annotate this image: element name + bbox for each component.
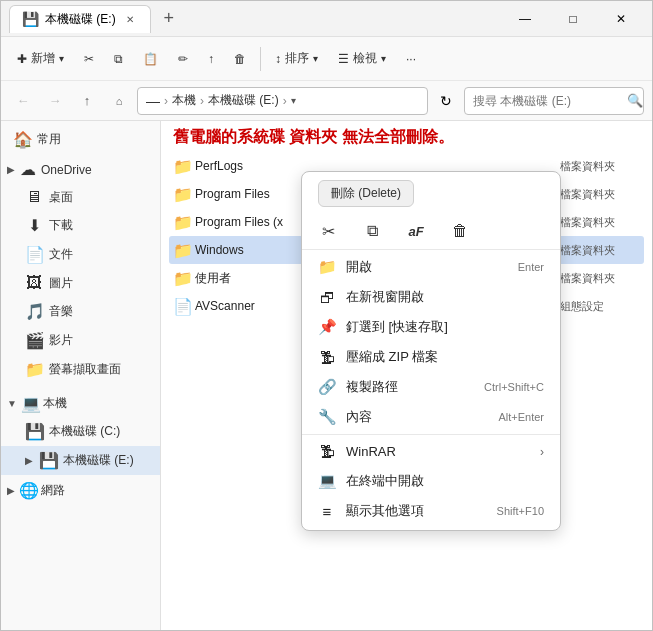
onedrive-expand-icon: ▶: [7, 164, 15, 175]
ctx-show-more-label: 顯示其他選項: [346, 502, 487, 520]
videos-icon: 🎬: [25, 331, 43, 350]
ctx-open-shortcut: Enter: [518, 261, 544, 273]
cut-button[interactable]: ✂: [76, 43, 102, 75]
ctx-winrar-arrow-icon: ›: [540, 445, 544, 459]
breadcrumb-separator-3: ›: [283, 94, 287, 108]
sidebar-item-desktop[interactable]: 🖥 桌面 📌: [1, 183, 160, 211]
ctx-pin-quickaccess-label: 釘選到 [快速存取]: [346, 318, 544, 336]
sidebar-music-label: 音樂: [49, 303, 134, 320]
more-button[interactable]: ···: [398, 43, 424, 75]
sidebar-item-drive-e[interactable]: ▶ 💾 本機磁碟 (E:): [1, 446, 160, 475]
open-newwindow-icon: 🗗: [318, 289, 336, 306]
breadcrumb-part-2[interactable]: 本機磁碟 (E:): [208, 92, 279, 109]
breadcrumb-bar[interactable]: — › 本機 › 本機磁碟 (E:) › ▾: [137, 87, 428, 115]
onedrive-icon: ☁: [19, 160, 37, 179]
sort-button[interactable]: ↕ 排序 ▾: [267, 43, 326, 75]
maximize-button[interactable]: □: [550, 3, 596, 35]
tab-close-button[interactable]: ✕: [122, 11, 138, 27]
qa-delete-button[interactable]: 🗑: [446, 217, 474, 245]
ctx-item-copy-path[interactable]: 🔗 複製路徑 Ctrl+Shift+C: [302, 372, 560, 402]
ctx-item-winrar[interactable]: 🗜 WinRAR ›: [302, 437, 560, 466]
home-button[interactable]: ⌂: [105, 87, 133, 115]
ctx-item-pin-quickaccess[interactable]: 📌 釘選到 [快速存取]: [302, 312, 560, 342]
search-box[interactable]: 🔍: [464, 87, 644, 115]
ctx-open-newwindow-label: 在新視窗開啟: [346, 288, 544, 306]
new-label: 新增: [31, 50, 55, 67]
tab-drive-icon: 💾: [22, 11, 39, 27]
refresh-button[interactable]: ↻: [432, 87, 460, 115]
sidebar-item-home[interactable]: 🏠 常用: [1, 125, 160, 154]
view-button[interactable]: ☰ 檢視 ▾: [330, 43, 394, 75]
breadcrumb-separator-1: ›: [164, 94, 168, 108]
title-bar: 💾 本機磁碟 (E:) ✕ + — □ ✕: [1, 1, 652, 37]
qa-rename-button[interactable]: aF: [402, 217, 430, 245]
rename-button[interactable]: ✏: [170, 43, 196, 75]
sidebar-item-screenshots[interactable]: 📁 螢幕擷取畫面 📌: [1, 355, 160, 384]
breadcrumb-part-1[interactable]: 本機: [172, 92, 196, 109]
qa-cut-button[interactable]: ✂: [314, 217, 342, 245]
network-expand-icon: ▶: [7, 485, 15, 496]
sidebar-pictures-label: 圖片: [49, 275, 134, 292]
main-content: 🏠 常用 ▶ ☁ OneDrive 🖥 桌面 📌 ⬇ 下載 📌 📄 文件: [1, 121, 652, 630]
copy-path-icon: 🔗: [318, 378, 336, 396]
breadcrumb-dropdown-icon[interactable]: ▾: [291, 95, 296, 106]
copy-button[interactable]: ⧉: [106, 43, 131, 75]
forward-button[interactable]: →: [41, 87, 69, 115]
minimize-button[interactable]: —: [502, 3, 548, 35]
properties-icon: 🔧: [318, 408, 336, 426]
ctx-item-open-terminal[interactable]: 💻 在終端中開啟: [302, 466, 560, 496]
drive-e-expand-icon: ▶: [25, 455, 33, 466]
ctx-properties-shortcut: Alt+Enter: [498, 411, 544, 423]
close-button[interactable]: ✕: [598, 3, 644, 35]
new-tab-button[interactable]: +: [155, 5, 183, 33]
new-button[interactable]: ✚ 新增 ▾: [9, 43, 72, 75]
sidebar-item-drive-c[interactable]: 💾 本機磁碟 (C:): [1, 417, 160, 446]
sidebar-desktop-label: 桌面: [49, 189, 134, 206]
sidebar-group-network[interactable]: ▶ 🌐 網路: [1, 475, 160, 504]
open-icon: 📁: [318, 258, 336, 276]
open-terminal-icon: 💻: [318, 472, 336, 490]
sidebar-group-onedrive[interactable]: ▶ ☁ OneDrive: [1, 154, 160, 183]
copy-icon: ⧉: [114, 52, 123, 66]
context-menu-overlay: 刪除 (Delete) ✂ ⧉ aF 🗑 📁 開啟 Enter: [161, 121, 652, 630]
sidebar-thispc-label: 本機: [43, 395, 67, 412]
ctx-item-open-newwindow[interactable]: 🗗 在新視窗開啟: [302, 282, 560, 312]
share-icon: ↑: [208, 52, 214, 66]
view-label: 檢視: [353, 50, 377, 67]
sidebar-network-label: 網路: [41, 482, 65, 499]
ctx-item-show-more[interactable]: ≡ 顯示其他選項 Shift+F10: [302, 496, 560, 526]
ctx-copy-path-label: 複製路徑: [346, 378, 474, 396]
active-tab[interactable]: 💾 本機磁碟 (E:) ✕: [9, 5, 151, 33]
search-input[interactable]: [473, 94, 623, 108]
sidebar-group-thispc[interactable]: ▼ 💻 本機: [1, 388, 160, 417]
context-menu: 刪除 (Delete) ✂ ⧉ aF 🗑 📁 開啟 Enter: [301, 171, 561, 531]
ctx-copy-path-shortcut: Ctrl+Shift+C: [484, 381, 544, 393]
address-bar: ← → ↑ ⌂ — › 本機 › 本機磁碟 (E:) › ▾ ↻ 🔍: [1, 81, 652, 121]
view-icon: ☰: [338, 52, 349, 66]
ctx-separator-1: [302, 434, 560, 435]
ctx-item-open[interactable]: 📁 開啟 Enter: [302, 252, 560, 282]
ctx-open-terminal-label: 在終端中開啟: [346, 472, 544, 490]
sidebar-item-documents[interactable]: 📄 文件 📌: [1, 240, 160, 269]
sidebar-item-downloads[interactable]: ⬇ 下載 📌: [1, 211, 160, 240]
ctx-item-properties[interactable]: 🔧 內容 Alt+Enter: [302, 402, 560, 432]
back-button[interactable]: ←: [9, 87, 37, 115]
share-button[interactable]: ↑: [200, 43, 222, 75]
ctx-properties-label: 內容: [346, 408, 488, 426]
paste-button[interactable]: 📋: [135, 43, 166, 75]
sort-label: 排序: [285, 50, 309, 67]
file-area: 舊電腦的系統碟 資料夾 無法全部刪除。 📁 PerfLogs 檔案資料夾 📁 P…: [161, 121, 652, 630]
qa-copy-button[interactable]: ⧉: [358, 217, 386, 245]
sidebar-item-music[interactable]: 🎵 音樂 📌: [1, 297, 160, 326]
more-icon: ···: [406, 52, 416, 66]
sidebar-item-videos[interactable]: 🎬 影片 📌: [1, 326, 160, 355]
delete-button[interactable]: 🗑: [226, 43, 254, 75]
sidebar-onedrive-label: OneDrive: [41, 163, 92, 177]
up-button[interactable]: ↑: [73, 87, 101, 115]
ctx-item-compress-zip[interactable]: 🗜 壓縮成 ZIP 檔案: [302, 342, 560, 372]
sidebar-item-pictures[interactable]: 🖼 圖片 📌: [1, 269, 160, 297]
sidebar-drive-c-label: 本機磁碟 (C:): [49, 423, 152, 440]
desktop-icon: 🖥: [25, 188, 43, 206]
home-icon: 🏠: [13, 130, 31, 149]
view-chevron-icon: ▾: [381, 53, 386, 64]
